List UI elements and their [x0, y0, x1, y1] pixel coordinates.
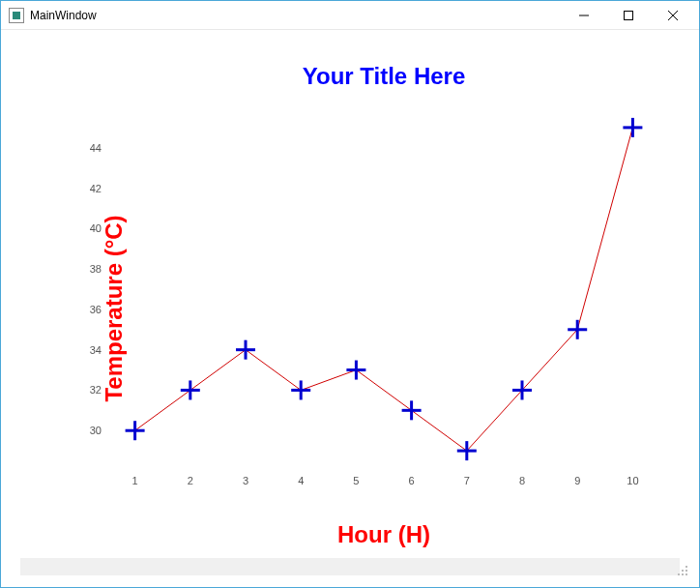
- data-marker: [402, 400, 422, 420]
- content-area: Your Title Here Temperature (°C) Hour (H…: [1, 30, 699, 587]
- y-tick-label: 34: [90, 344, 102, 356]
- chart-svg: 303234363840424412345678910: [98, 98, 670, 490]
- window-titlebar: MainWindow: [1, 1, 699, 30]
- plot-frame: Your Title Here Temperature (°C) Hour (H…: [11, 40, 689, 577]
- x-axis-label: Hour (H): [11, 521, 689, 548]
- x-tick-label: 10: [627, 475, 638, 486]
- x-tick-label: 9: [574, 475, 580, 486]
- data-marker: [236, 340, 255, 360]
- chart-title: Your Title Here: [11, 63, 689, 90]
- y-tick-label: 30: [90, 425, 102, 436]
- data-marker: [126, 421, 145, 440]
- x-tick-label: 2: [188, 475, 193, 486]
- data-marker: [181, 380, 200, 399]
- data-marker: [623, 118, 642, 137]
- minimize-button[interactable]: [562, 1, 606, 30]
- minimize-icon: [579, 11, 589, 20]
- x-tick-label: 4: [298, 475, 304, 486]
- close-icon: [668, 11, 678, 20]
- y-tick-label: 40: [90, 222, 102, 234]
- maximize-button[interactable]: [606, 1, 651, 30]
- maximize-icon: [624, 11, 633, 20]
- x-tick-label: 7: [464, 475, 470, 486]
- data-marker: [346, 361, 365, 380]
- y-tick-label: 42: [90, 183, 102, 194]
- x-tick-label: 8: [519, 475, 525, 486]
- close-button[interactable]: [651, 1, 695, 30]
- resize-grip-icon[interactable]: [676, 564, 687, 575]
- x-tick-label: 5: [353, 475, 359, 486]
- x-tick-label: 1: [132, 475, 138, 486]
- data-marker: [291, 380, 310, 399]
- status-strip: [20, 558, 680, 575]
- y-tick-label: 38: [90, 263, 102, 275]
- window-title: MainWindow: [30, 9, 97, 22]
- y-tick-label: 36: [90, 304, 102, 315]
- plot-area[interactable]: 303234363840424412345678910: [98, 98, 670, 490]
- x-tick-label: 6: [409, 475, 415, 486]
- y-tick-label: 32: [90, 384, 102, 396]
- svg-rect-1: [625, 11, 633, 19]
- y-tick-label: 44: [90, 142, 102, 154]
- app-icon: [9, 8, 24, 23]
- data-line: [135, 128, 633, 451]
- x-tick-label: 3: [243, 475, 248, 486]
